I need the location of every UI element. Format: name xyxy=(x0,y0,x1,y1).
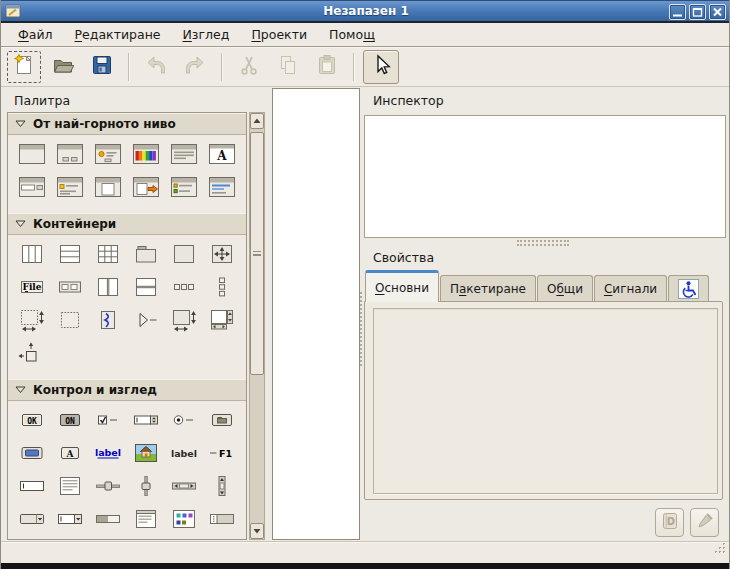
copy-button[interactable] xyxy=(270,50,306,84)
radiobutton-widget-icon[interactable] xyxy=(169,408,199,432)
menubar-widget-icon[interactable]: File xyxy=(17,275,47,299)
new-button[interactable] xyxy=(6,50,42,84)
clipped-e-widget-icon[interactable] xyxy=(169,540,199,541)
clipped-d-widget-icon[interactable] xyxy=(131,540,161,541)
message-dialog-widget-icon[interactable] xyxy=(93,142,123,166)
palette-section-header-2[interactable]: Контрол и изглед xyxy=(8,379,246,401)
toolbar-widget-icon[interactable] xyxy=(55,275,85,299)
font-button-widget-icon[interactable]: A xyxy=(55,441,85,465)
hscale-widget-icon[interactable] xyxy=(93,474,123,498)
tab-common[interactable]: Общи xyxy=(537,275,593,302)
tab-packing[interactable]: Пакетиране xyxy=(440,275,536,302)
menu-item-projects[interactable]: Проекти xyxy=(242,24,316,45)
iconview-widget-icon[interactable] xyxy=(169,507,199,531)
palette-section-header-0[interactable]: От най-горното ниво xyxy=(8,113,246,135)
linkbutton-widget-icon[interactable]: label xyxy=(93,441,123,465)
clipped-b-widget-icon[interactable] xyxy=(55,540,85,541)
clipped-c-widget-icon[interactable] xyxy=(93,540,123,541)
alignment-widget-icon[interactable] xyxy=(17,341,47,365)
palette-scrollbar[interactable] xyxy=(249,112,265,540)
scrolledwindow-widget-icon[interactable] xyxy=(207,308,237,332)
menu-item-edit[interactable]: Редактиране xyxy=(66,24,170,45)
image-widget-icon[interactable] xyxy=(131,441,161,465)
notebook-widget-icon[interactable] xyxy=(131,242,161,266)
layout-widget-icon[interactable] xyxy=(17,308,47,332)
table-widget-icon[interactable] xyxy=(93,242,123,266)
filechooser-button-widget-icon[interactable] xyxy=(207,408,237,432)
accel-label-widget-icon[interactable]: F1 xyxy=(207,441,237,465)
vscrollbar-widget-icon[interactable] xyxy=(207,474,237,498)
entry-widget-icon[interactable] xyxy=(17,474,47,498)
file-selection-dialog-widget-icon[interactable] xyxy=(169,142,199,166)
menu-item-view[interactable]: Изглед xyxy=(174,24,239,45)
hbuttonbox-widget-icon[interactable] xyxy=(169,275,199,299)
togglebutton-widget-icon[interactable]: ON xyxy=(55,408,85,432)
about-dialog-widget-icon[interactable] xyxy=(55,175,85,199)
clipped-a-widget-icon[interactable] xyxy=(17,540,47,541)
label-widget-icon[interactable]: label xyxy=(169,441,199,465)
vscale-widget-icon[interactable] xyxy=(131,474,161,498)
tab-signals[interactable]: Сигнали xyxy=(594,275,667,302)
combobox-widget-icon[interactable] xyxy=(17,507,47,531)
inspector-tree[interactable] xyxy=(364,115,726,238)
edit-widget-button[interactable] xyxy=(690,508,719,537)
print-dialog-widget-icon[interactable] xyxy=(131,175,161,199)
scroll-down-icon[interactable] xyxy=(250,523,264,539)
textview-widget-icon[interactable] xyxy=(55,474,85,498)
window-app-icon[interactable] xyxy=(5,3,21,19)
assistant-widget-icon[interactable] xyxy=(207,175,237,199)
tab-accessibility[interactable] xyxy=(668,275,709,302)
color-button-widget-icon[interactable] xyxy=(17,441,47,465)
open-button[interactable] xyxy=(45,50,81,84)
color-selection-dialog-widget-icon[interactable] xyxy=(131,142,161,166)
progressbar-widget-icon[interactable] xyxy=(93,507,123,531)
brush-icon xyxy=(695,511,715,535)
hbox-widget-icon[interactable] xyxy=(17,242,47,266)
input-dialog-widget-icon[interactable] xyxy=(17,175,47,199)
documentation-button[interactable]: D xyxy=(655,508,684,537)
close-button[interactable] xyxy=(709,4,726,20)
drawingarea-widget-icon[interactable] xyxy=(55,308,85,332)
cellview-widget-icon[interactable] xyxy=(207,507,237,531)
maximize-button[interactable] xyxy=(689,4,706,20)
button-widget-icon[interactable]: OK xyxy=(17,408,47,432)
horizontal-paned-grip[interactable] xyxy=(517,240,569,246)
clipped-f-widget-icon[interactable] xyxy=(207,540,237,541)
palette-section-header-1[interactable]: Контейнери xyxy=(8,213,246,235)
font-selection-dialog-widget-icon[interactable]: A xyxy=(207,142,237,166)
selector-button[interactable] xyxy=(363,50,399,84)
frame-widget-icon[interactable] xyxy=(169,242,199,266)
menu-item-help[interactable]: Помощ xyxy=(320,24,384,45)
scrollbar-thumb[interactable] xyxy=(250,132,264,375)
undo-button[interactable] xyxy=(138,50,174,84)
vbox-widget-icon[interactable] xyxy=(55,242,85,266)
dialog-widget-icon[interactable] xyxy=(55,142,85,166)
vpaned-widget-icon[interactable] xyxy=(131,275,161,299)
viewport-widget-icon[interactable] xyxy=(169,308,199,332)
comboboxentry-widget-icon[interactable] xyxy=(55,507,85,531)
fixed-widget-icon[interactable] xyxy=(207,242,237,266)
resize-grip-icon[interactable] xyxy=(711,541,727,560)
workspace-panel[interactable] xyxy=(272,88,360,540)
paste-button[interactable] xyxy=(309,50,345,84)
window-widget-icon[interactable] xyxy=(17,142,47,166)
redo-button[interactable] xyxy=(177,50,213,84)
spinbutton-widget-icon[interactable] xyxy=(131,408,161,432)
recent-chooser-dialog-widget-icon[interactable] xyxy=(169,175,199,199)
tab-general[interactable]: Основни xyxy=(365,270,439,302)
menu-item-file[interactable]: Файл xyxy=(9,24,62,45)
save-button[interactable] xyxy=(84,50,120,84)
minimize-button[interactable] xyxy=(669,4,686,20)
palette-row xyxy=(8,469,246,502)
expander-widget-icon[interactable] xyxy=(131,308,161,332)
treeview-widget-icon[interactable] xyxy=(131,507,161,531)
checkbutton-widget-icon[interactable] xyxy=(93,408,123,432)
hscrollbar-widget-icon[interactable] xyxy=(169,474,199,498)
vbuttonbox-widget-icon[interactable] xyxy=(207,275,237,299)
scroll-up-icon[interactable] xyxy=(250,113,264,129)
handlebox-widget-icon[interactable] xyxy=(93,308,123,332)
page-dialog-widget-icon[interactable] xyxy=(93,175,123,199)
titlebar[interactable]: Незапазен 1 xyxy=(1,0,730,21)
cut-button[interactable] xyxy=(231,50,267,84)
hpaned-widget-icon[interactable] xyxy=(93,275,123,299)
